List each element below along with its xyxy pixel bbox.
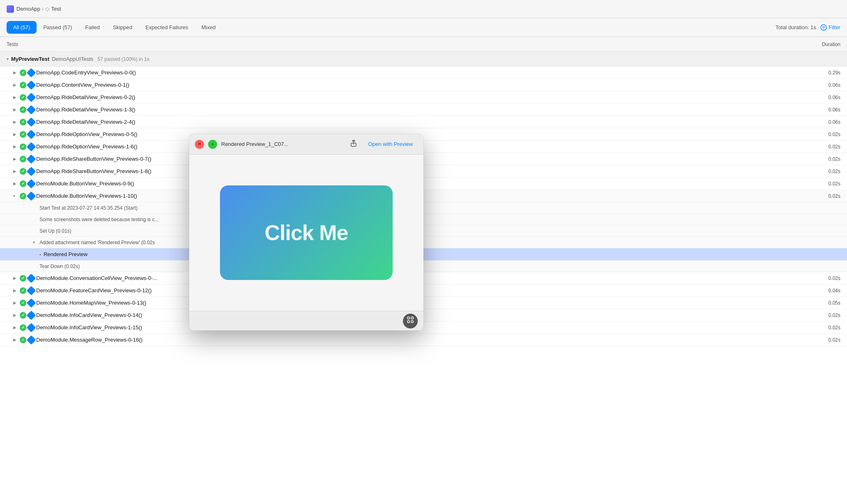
tab-expected-failures[interactable]: Expected Failures <box>139 21 195 34</box>
status-diamond-wrap <box>28 193 35 199</box>
test-name: DemoModule.InfoCardView_Previews-1-15() <box>36 324 814 331</box>
status-pass-icon: ✓ <box>20 119 26 125</box>
test-duration: 0.06s <box>816 95 840 100</box>
status-diamond-wrap <box>28 94 35 101</box>
table-row[interactable]: ▶ ✓ DemoApp.RideOptionView_Previews-0-5(… <box>0 128 847 141</box>
table-row[interactable]: ▶ ✓ DemoModule.ConversationCellView_Prev… <box>0 272 847 284</box>
attachment-chevron-icon[interactable]: ▾ <box>33 240 38 245</box>
test-name: DemoApp.RideDetailView_Previews-0-2() <box>36 94 814 100</box>
table-row[interactable]: ▶ ✓ DemoModule.InfoCardView_Previews-0-1… <box>0 309 847 321</box>
group-chevron-icon[interactable]: ▾ <box>7 57 9 61</box>
col-tests-label: Tests <box>7 42 799 47</box>
row-chevron-icon[interactable]: ▶ <box>13 120 18 124</box>
popup-close-button[interactable]: ✕ <box>195 140 204 149</box>
row-chevron-icon[interactable]: ▶ <box>13 181 18 186</box>
status-diamond-wrap <box>28 69 35 76</box>
status-diamond-wrap <box>28 312 35 319</box>
col-duration-label: Duration <box>799 42 840 47</box>
status-pass-icon: ✓ <box>20 287 26 294</box>
zoom-icon: + <box>211 141 214 147</box>
attachment-row: ▾ Added attachment named 'Rendered Previ… <box>0 237 847 248</box>
test-duration: 0.02s <box>816 312 840 318</box>
status-diamond-wrap <box>28 275 35 282</box>
test-duration: 0.06s <box>816 107 840 113</box>
row-chevron-icon[interactable]: ▶ <box>13 169 18 173</box>
breadcrumb-diamond-icon: ◇ <box>45 6 49 12</box>
status-diamond-wrap <box>28 119 35 125</box>
tab-failed[interactable]: Failed <box>79 21 106 34</box>
svg-rect-7 <box>411 317 413 319</box>
status-diamond-icon <box>27 166 36 176</box>
table-row[interactable]: ▶ ✓ DemoModule.ButtonView_Previews-0-9()… <box>0 178 847 190</box>
breadcrumb-test: Test <box>51 6 61 12</box>
row-chevron-icon[interactable]: ▶ <box>13 83 18 87</box>
table-row-expanded[interactable]: ▾ ✓ DemoModule.ButtonView_Previews-1-10(… <box>0 190 847 202</box>
status-diamond-icon <box>27 179 36 188</box>
table-row[interactable]: ▶ ✓ DemoModule.FeatureCardView_Previews-… <box>0 284 847 297</box>
filter-label: Filter <box>828 24 840 30</box>
title-bar: DemoApp › ◇ Test <box>0 0 847 18</box>
status-pass-icon: ✓ <box>20 94 26 101</box>
open-with-preview-button[interactable]: Open with Preview <box>363 139 418 149</box>
table-row[interactable]: ▶ ✓ DemoModule.HomeMapView_Previews-0-13… <box>0 297 847 309</box>
status-diamond-wrap <box>28 337 35 343</box>
row-chevron-icon[interactable]: ▶ <box>13 288 18 293</box>
row-chevron-icon[interactable]: ▶ <box>13 70 18 75</box>
row-chevron-icon[interactable]: ▶ <box>13 157 18 161</box>
status-pass-icon: ✓ <box>20 337 26 343</box>
status-diamond-icon <box>27 310 36 320</box>
test-name: DemoModule.ConversationCellView_Previews… <box>36 275 814 281</box>
row-chevron-icon[interactable]: ▶ <box>13 325 18 330</box>
table-row[interactable]: ▶ ✓ DemoModule.MessageRow_Previews-0-16(… <box>0 334 847 346</box>
status-pass-icon: ✓ <box>20 131 26 138</box>
table-row[interactable]: ▶ ✓ DemoApp.RideDetailView_Previews-2-4(… <box>0 116 847 128</box>
test-duration: 0.06s <box>816 119 840 125</box>
main-window: DemoApp › ◇ Test All (57) Passed (57) Fa… <box>0 0 847 504</box>
tab-all[interactable]: All (57) <box>7 21 37 34</box>
sub-row-text: Some screenshots were deleted because te… <box>39 217 159 222</box>
row-chevron-icon[interactable]: ▶ <box>13 132 18 136</box>
tab-mixed[interactable]: Mixed <box>195 21 222 34</box>
table-row[interactable]: ▶ ✓ DemoApp.ContentView_Previews-0-1() 0… <box>0 79 847 91</box>
status-diamond-wrap <box>28 300 35 306</box>
total-duration: Total duration: 1s <box>775 24 816 30</box>
sub-row-text: Tear Down (0.02s) <box>39 264 80 269</box>
test-group-header[interactable]: ▾ MyPreviewTest DemoAppUITests 57 passed… <box>0 52 847 67</box>
preview-button-text: Click Me <box>265 220 348 245</box>
popup-share-button[interactable] <box>348 139 359 150</box>
test-name: DemoApp.CodeEntryView_Previews-0-0() <box>36 69 814 76</box>
table-row[interactable]: ▶ ✓ DemoApp.RideShareButtonView_Previews… <box>0 153 847 165</box>
table-row[interactable]: ▶ ✓ DemoApp.RideDetailView_Previews-0-2(… <box>0 91 847 104</box>
row-chevron-icon[interactable]: ▶ <box>13 95 18 99</box>
status-pass-icon: ✓ <box>20 300 26 306</box>
app-icon <box>7 5 14 13</box>
tab-skipped[interactable]: Skipped <box>106 21 139 34</box>
svg-rect-8 <box>407 321 410 323</box>
row-chevron-expanded-icon[interactable]: ▾ <box>13 194 18 198</box>
status-pass-icon: ✓ <box>20 143 26 150</box>
close-icon: ✕ <box>198 141 201 147</box>
row-chevron-icon[interactable]: ▶ <box>13 338 18 342</box>
status-diamond-icon <box>27 68 36 77</box>
scan-button[interactable] <box>403 314 418 328</box>
table-row[interactable]: ▶ ✓ DemoApp.CodeEntryView_Previews-0-0()… <box>0 67 847 79</box>
row-chevron-icon[interactable]: ▶ <box>13 301 18 305</box>
table-row[interactable]: ▶ ✓ DemoApp.RideShareButtonView_Previews… <box>0 165 847 178</box>
table-row[interactable]: ▶ ✓ DemoApp.RideOptionView_Previews-1-6(… <box>0 141 847 153</box>
row-chevron-icon[interactable]: ▶ <box>13 313 18 317</box>
test-name: DemoModule.HomeMapView_Previews-0-13() <box>36 300 814 306</box>
table-row[interactable]: ▶ ✓ DemoModule.InfoCardView_Previews-1-1… <box>0 321 847 334</box>
breadcrumb-separator: › <box>42 6 44 12</box>
row-chevron-icon[interactable]: ▶ <box>13 144 18 149</box>
test-name: DemoApp.RideShareButtonView_Previews-0-7… <box>36 156 814 162</box>
row-chevron-icon[interactable]: ▶ <box>13 107 18 112</box>
popup-zoom-button[interactable]: + <box>208 140 217 149</box>
tab-passed[interactable]: Passed (57) <box>37 21 79 34</box>
table-row[interactable]: ▶ ✓ DemoApp.RideDetailView_Previews-1-3(… <box>0 104 847 116</box>
preview-attachment-row[interactable]: ▪ Rendered Preview <box>0 248 847 261</box>
status-pass-icon: ✓ <box>20 156 26 162</box>
filter-button[interactable]: Filter <box>820 24 840 31</box>
row-chevron-icon[interactable]: ▶ <box>13 276 18 280</box>
table-header: Tests Duration <box>0 37 847 52</box>
test-name: DemoModule.ButtonView_Previews-1-10() <box>36 193 814 199</box>
